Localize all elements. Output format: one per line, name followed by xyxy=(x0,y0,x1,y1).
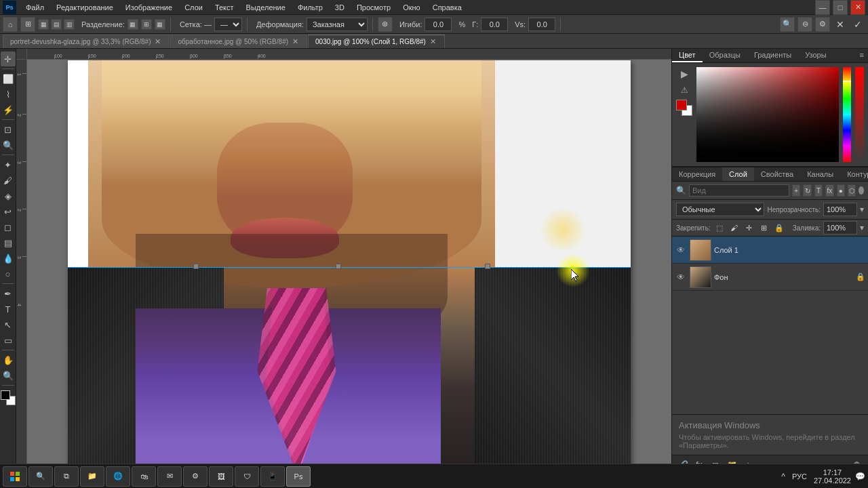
layer-1-visibility[interactable]: 👁 xyxy=(675,244,687,256)
panel-menu-btn[interactable]: ≡ xyxy=(856,49,868,62)
vs-input[interactable] xyxy=(528,18,555,31)
tool-lasso[interactable]: ⌇ xyxy=(1,87,16,102)
tool-path-select[interactable]: ↖ xyxy=(1,317,16,332)
transform-handle-right[interactable] xyxy=(485,264,490,269)
tool-eyedropper[interactable]: 🔍 xyxy=(1,138,16,152)
transform-handle-left[interactable] xyxy=(193,264,199,269)
setchka-select[interactable]: — xyxy=(214,18,242,31)
filter-toggle[interactable] xyxy=(859,186,864,195)
grid-btn-3[interactable]: ▥ xyxy=(64,19,75,30)
tool-eraser[interactable]: ◻ xyxy=(1,220,16,235)
taskbar-store[interactable]: 🛍 xyxy=(132,466,156,487)
tool-quick-select[interactable]: ⚡ xyxy=(1,102,16,117)
taskbar-photos[interactable]: 🖼 xyxy=(209,466,233,487)
tray-language[interactable]: РУС xyxy=(789,471,810,482)
tool-brush[interactable]: 🖌 xyxy=(1,173,16,188)
add-layer-btn[interactable]: + xyxy=(792,184,800,197)
cancel-transform-btn[interactable]: ✕ xyxy=(833,17,848,32)
options-btn[interactable]: ⚙ xyxy=(815,17,830,32)
start-button[interactable] xyxy=(3,466,27,487)
fg-color-swatch[interactable] xyxy=(1,390,10,400)
lock-transparent-btn[interactable]: ⬚ xyxy=(713,222,726,234)
opacity-input[interactable] xyxy=(823,203,857,216)
warp-icon[interactable]: ⊛ xyxy=(378,17,393,32)
deformaciya-select[interactable]: Заказная xyxy=(307,18,368,31)
tool-preset-btn[interactable]: ⌂ xyxy=(3,17,18,32)
maximize-button[interactable]: □ xyxy=(833,0,848,15)
hue-slider[interactable] xyxy=(843,67,852,162)
tab-2-close[interactable]: ✕ xyxy=(291,37,300,46)
razdelenie-grid3[interactable]: ▦ xyxy=(155,19,165,30)
menu-3d[interactable]: 3D xyxy=(330,2,350,13)
alpha-slider[interactable] xyxy=(855,67,864,162)
menu-edit[interactable]: Редактирование xyxy=(51,2,119,13)
r-input[interactable] xyxy=(481,18,508,31)
tool-history-brush[interactable]: ↩ xyxy=(1,204,16,219)
tool-type[interactable]: T xyxy=(1,302,16,317)
menu-text[interactable]: Текст xyxy=(210,2,239,13)
tab-channels[interactable]: Каналы xyxy=(800,167,840,181)
tab-1-close[interactable]: ✕ xyxy=(153,37,162,46)
lock-paint-btn[interactable]: 🖌 xyxy=(728,222,741,234)
layers-search-input[interactable] xyxy=(689,184,789,197)
notification-icon[interactable]: 💬 xyxy=(855,472,865,481)
tab-color[interactable]: Цвет xyxy=(672,49,703,62)
taskbar-antivirus[interactable]: 🛡 xyxy=(235,466,259,487)
taskbar-search[interactable]: 🔍 xyxy=(28,466,53,487)
taskbar-app1[interactable]: 📱 xyxy=(260,466,285,487)
grid-btn-2[interactable]: ▤ xyxy=(51,19,62,30)
type-filter-btn[interactable]: T xyxy=(814,184,823,197)
apply-transform-btn[interactable]: ✓ xyxy=(850,17,865,32)
color-filter-btn[interactable]: ● xyxy=(837,184,845,197)
layer-bg-visibility[interactable]: 👁 xyxy=(675,271,687,283)
tab-swatches[interactable]: Образцы xyxy=(703,49,747,62)
fill-input[interactable] xyxy=(823,221,857,235)
tool-heal[interactable]: ✦ xyxy=(1,157,16,172)
tab-3-close[interactable]: ✕ xyxy=(429,37,437,46)
task-view-btn[interactable]: ⧉ xyxy=(54,466,79,487)
menu-file[interactable]: Файл xyxy=(20,2,50,13)
tab-3[interactable]: 0030.jpg @ 100% (Слой 1, RGB/8#) ✕ xyxy=(308,35,445,48)
menu-select[interactable]: Выделение xyxy=(241,2,291,13)
tab-1[interactable]: portret-devushka-glaza.jpg @ 33,3% (RGB/… xyxy=(3,35,170,48)
igibi-input[interactable] xyxy=(425,18,452,31)
canvas-frame[interactable] xyxy=(27,60,671,474)
lock-position-btn[interactable]: ✛ xyxy=(743,222,755,234)
tab-layers[interactable]: Слой xyxy=(722,167,754,181)
search-btn-top[interactable]: 🔍 xyxy=(780,17,795,32)
menu-help[interactable]: Справка xyxy=(427,2,467,13)
razdelenie-grid2[interactable]: ⊞ xyxy=(141,19,152,30)
zoom-out-btn[interactable]: ⊖ xyxy=(797,17,812,32)
menu-image[interactable]: Изображение xyxy=(120,2,178,13)
tab-patterns[interactable]: Узоры xyxy=(798,49,833,62)
tray-clock[interactable]: 17:17 27.04.2022 xyxy=(814,468,851,485)
layer-row-1[interactable]: 👁 Слой 1 xyxy=(672,237,868,264)
taskbar-file-explorer[interactable]: 📁 xyxy=(80,466,104,487)
tool-blur[interactable]: 💧 xyxy=(1,251,16,266)
taskbar-photoshop[interactable]: Ps xyxy=(286,466,311,487)
color-mode-btn[interactable]: ▶ xyxy=(677,67,691,81)
chevron-down-icon[interactable]: ▾ xyxy=(860,205,864,214)
transform-guide-horizontal[interactable] xyxy=(68,267,631,268)
effect-filter-btn[interactable]: fx xyxy=(825,184,833,197)
fill-chevron-icon[interactable]: ▾ xyxy=(860,223,864,232)
tool-shape[interactable]: ▭ xyxy=(1,333,16,348)
grid-btn-1[interactable]: ▦ xyxy=(38,19,49,30)
fg-color[interactable] xyxy=(676,100,687,110)
tab-correction[interactable]: Коррекция xyxy=(672,167,722,181)
tab-gradients[interactable]: Градиенты xyxy=(747,49,798,62)
tool-clone[interactable]: ◈ xyxy=(1,188,16,203)
tray-chevron[interactable]: ^ xyxy=(781,472,785,481)
color-picker-gradient[interactable] xyxy=(696,67,839,162)
menu-layers[interactable]: Слои xyxy=(179,2,208,13)
menu-view[interactable]: Просмотр xyxy=(351,2,396,13)
tool-dodge[interactable]: ○ xyxy=(1,266,16,281)
tool-pen[interactable]: ✒ xyxy=(1,286,16,301)
taskbar-mail[interactable]: ✉ xyxy=(157,466,182,487)
tab-properties[interactable]: Свойства xyxy=(754,167,800,181)
triangle-warning[interactable]: ⚠ xyxy=(677,83,691,97)
tool-crop[interactable]: ⊡ xyxy=(1,122,16,137)
tool-hand[interactable]: ✋ xyxy=(1,352,16,367)
tab-paths[interactable]: Контуры xyxy=(840,167,868,181)
razdelenie-grid1[interactable]: ▦ xyxy=(127,19,138,30)
